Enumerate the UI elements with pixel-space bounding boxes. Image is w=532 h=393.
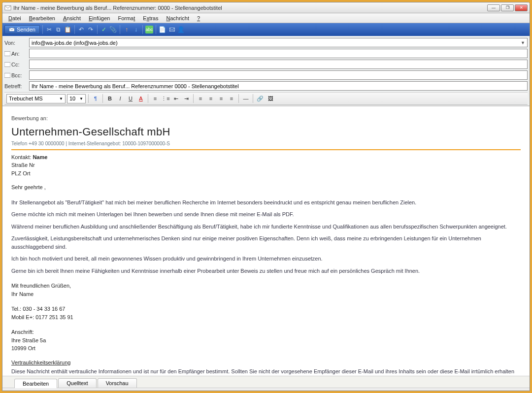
maximize-button[interactable]: ❐ — [501, 4, 514, 11]
cc-label[interactable]: Cc: — [4, 62, 26, 67]
image-icon[interactable]: 🖼 — [266, 94, 275, 103]
conf-title: Vertraulichkeitserklärung — [11, 359, 521, 367]
close-button[interactable]: ✕ — [515, 4, 528, 11]
from-label: Von: — [4, 40, 26, 46]
menu-ansicht[interactable]: Ansicht — [59, 14, 85, 22]
paragraph-icon[interactable]: ¶ — [91, 94, 100, 103]
para2: Gerne möchte ich mich mit meinen Unterla… — [11, 210, 521, 219]
anschrift2: 10999 Ort — [11, 344, 521, 353]
menu-format[interactable]: Format — [114, 14, 139, 22]
attach-icon[interactable]: 📎 — [109, 26, 117, 33]
para4: Zuverlässigkeit, Leistungsbereitschaft u… — [11, 234, 521, 251]
indent-icon[interactable]: ⇥ — [182, 94, 191, 103]
subject-label: Betreff: — [4, 83, 26, 89]
tab-vorschau[interactable]: Vorschau — [98, 378, 137, 388]
list-num-icon[interactable]: ≡ — [151, 94, 160, 103]
tel: Tel.: 030 - 34 33 16 67 — [11, 305, 521, 313]
anschrift1: Ihre Straße 5a — [11, 336, 521, 345]
size-select[interactable]: 10▼ — [67, 94, 86, 103]
from-value: info@wa-jobs.de (info@wa-jobs.de) — [32, 40, 118, 46]
encrypt-icon[interactable]: 🖂 — [168, 26, 176, 33]
menubar: Datei Bearbeiten Ansicht Einfügen Format… — [2, 13, 530, 23]
list-bullet-icon[interactable]: ⋮≡ — [161, 94, 170, 103]
mobil: Mobil E+: 0177 251 35 91 — [11, 313, 521, 322]
italic-icon[interactable]: I — [116, 94, 125, 103]
svg-rect-2 — [4, 51, 10, 56]
send-button[interactable]: Senden — [4, 25, 40, 34]
bewerbung-an: Bewerbung an: — [11, 114, 521, 123]
menu-datei[interactable]: Datei — [4, 14, 25, 22]
anschrift-label: Anschrift: — [11, 328, 521, 336]
menu-help[interactable]: ? — [193, 14, 204, 22]
underline-icon[interactable]: U — [126, 94, 135, 103]
anrede: Sehr geehrte , — [11, 183, 521, 192]
paste-icon[interactable]: 📋 — [64, 26, 72, 33]
align-justify-icon[interactable]: ≡ — [227, 94, 236, 103]
to-label[interactable]: An: — [4, 51, 26, 57]
company-sub: Telefon +49 30 0000000 | Internet-Stelle… — [11, 140, 521, 147]
kontakt-line: Kontakt: Name — [11, 153, 521, 162]
check-icon[interactable]: ✓ — [100, 26, 108, 33]
headers-panel: Von: info@wa-jobs.de (info@wa-jobs.de) ▼… — [2, 36, 530, 106]
contacts-icon[interactable]: 👤 — [177, 26, 185, 33]
to-input[interactable] — [29, 49, 528, 58]
font-select[interactable]: Trebuchet MS▼ — [6, 94, 66, 103]
menu-extras[interactable]: Extras — [139, 14, 162, 22]
para1: Ihr Stellenangebot als "Beruf/Tätigkeit"… — [11, 198, 521, 207]
plz: PLZ Ort — [11, 169, 521, 178]
para6: Gerne bin ich bereit Ihnen meine Fähigke… — [11, 267, 521, 275]
conf-de: Diese Nachricht enthält vertrauliche Inf… — [11, 367, 521, 376]
menu-nachricht[interactable]: Nachricht — [162, 14, 193, 22]
gruss1: Mit freundlichen Grüßen, — [11, 282, 521, 290]
spell-icon[interactable]: abc — [145, 26, 153, 33]
minimize-button[interactable]: — — [487, 4, 500, 11]
redo-icon[interactable]: ↷ — [87, 26, 95, 33]
from-select[interactable]: info@wa-jobs.de (info@wa-jobs.de) ▼ — [29, 38, 528, 47]
para3: Während meiner beruflichen Ausbildung un… — [11, 223, 521, 231]
svg-rect-4 — [4, 73, 10, 77]
copy-icon[interactable]: ⧉ — [55, 26, 63, 33]
align-left-icon[interactable]: ≡ — [196, 94, 205, 103]
statusbar — [2, 388, 530, 391]
align-right-icon[interactable]: ≡ — [217, 94, 226, 103]
message-body[interactable]: Bewerbung an: Unternehmen-Gesellschaft m… — [2, 106, 530, 376]
titlebar-text: Ihr Name - meine Bewerbung als Beruf... … — [13, 5, 487, 11]
para5: Ich bin hoch motiviert und bereit, all m… — [11, 255, 521, 263]
cc-input[interactable] — [29, 60, 528, 69]
subject-input[interactable] — [29, 81, 528, 91]
main-toolbar: Senden ✂ ⧉ 📋 ↶ ↷ ✓ 📎 ↑ ↓ abc 📄 🖂 👤 — [2, 23, 530, 36]
send-label: Senden — [17, 27, 35, 33]
send-icon — [9, 27, 15, 33]
hr-icon[interactable]: — — [241, 94, 250, 103]
titlebar: Ihr Name - meine Bewerbung als Beruf... … — [2, 2, 530, 13]
menu-einfuegen[interactable]: Einfügen — [85, 14, 114, 22]
gruss2: Ihr Name — [11, 290, 521, 298]
undo-icon[interactable]: ↶ — [77, 26, 85, 33]
bottom-tabs: Bearbeiten Quelltext Vorschau — [2, 376, 530, 388]
sign-icon[interactable]: 📄 — [159, 26, 166, 33]
align-center-icon[interactable]: ≡ — [206, 94, 215, 103]
chevron-down-icon: ▼ — [521, 40, 525, 45]
link-icon[interactable]: 🔗 — [256, 94, 265, 103]
window: Ihr Name - meine Bewerbung als Beruf... … — [2, 2, 530, 391]
menu-bearbeiten[interactable]: Bearbeiten — [25, 14, 59, 22]
company-name: Unternehmen-Gesellschaft mbH — [11, 124, 521, 140]
bcc-input[interactable] — [29, 70, 528, 80]
color-icon[interactable]: A — [136, 94, 145, 103]
priority-icon[interactable]: ↑ — [123, 26, 131, 33]
divider — [11, 149, 521, 150]
bcc-label[interactable]: Bcc: — [4, 72, 26, 78]
svg-rect-3 — [4, 62, 10, 66]
app-icon — [4, 4, 11, 11]
bold-icon[interactable]: B — [105, 94, 114, 103]
tab-quelltext[interactable]: Quelltext — [58, 378, 96, 388]
cut-icon[interactable]: ✂ — [45, 26, 53, 33]
priority-low-icon[interactable]: ↓ — [132, 26, 140, 33]
strasse: Straße Nr — [11, 161, 521, 169]
tab-bearbeiten[interactable]: Bearbeiten — [14, 379, 57, 388]
format-toolbar: Trebuchet MS▼ 10▼ ¶ B I U A ≡ ⋮≡ ⇤ ⇥ ≡ ≡… — [4, 92, 528, 105]
outdent-icon[interactable]: ⇤ — [171, 94, 180, 103]
